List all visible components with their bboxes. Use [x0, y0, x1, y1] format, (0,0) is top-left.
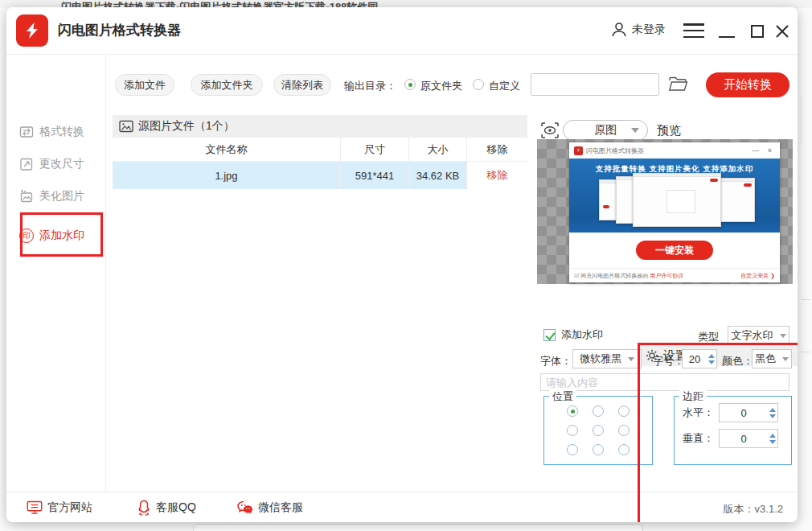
add-watermark-label[interactable]: 添加水印: [561, 327, 603, 342]
stepper-arrows[interactable]: [768, 434, 777, 444]
arrow-down-icon[interactable]: [769, 414, 776, 418]
stepper-arrows[interactable]: [768, 408, 777, 418]
position-legend: 位置: [549, 389, 576, 404]
qq-support-label: 客服QQ: [156, 500, 196, 515]
column-size: 大小: [408, 138, 466, 161]
close-icon: [775, 24, 789, 39]
vertical-margin-row: 垂直： 0: [683, 429, 791, 448]
close-button[interactable]: [775, 24, 789, 39]
position-radio-top-right[interactable]: [618, 405, 630, 417]
installer-install-button: 一键安装: [636, 241, 713, 260]
maximize-button[interactable]: [751, 25, 764, 38]
login-button[interactable]: 未登录: [610, 21, 666, 39]
horizontal-margin-value: 0: [720, 407, 768, 419]
monitor-icon: [27, 500, 43, 516]
file-table-row[interactable]: 1.jpg 591*441 34.62 KB 移除: [113, 162, 527, 189]
output-path-input[interactable]: [531, 73, 659, 96]
qq-support-link[interactable]: 客服QQ: [137, 499, 196, 517]
stepper-arrows[interactable]: [707, 354, 716, 364]
radio-original-folder-label[interactable]: 原文件夹: [420, 79, 462, 93]
radio-custom-folder-label[interactable]: 自定义: [489, 79, 520, 93]
font-size-stepper[interactable]: 20: [682, 349, 717, 368]
installer-logo-icon: ⚡: [574, 146, 583, 155]
installer-license-link: 用户许可协议: [650, 273, 683, 278]
preview-mode-dropdown[interactable]: 原图: [563, 120, 648, 141]
add-watermark-checkbox[interactable]: [543, 329, 556, 341]
app-logo: [16, 14, 48, 47]
installer-title: 闪电图片格式转换器: [586, 146, 748, 155]
position-radio-bottom-right[interactable]: [618, 444, 630, 455]
vertical-margin-value: 0: [720, 433, 768, 445]
installer-hero: 支持批量转换 支持图片美化 支持添加水印: [569, 158, 780, 233]
add-file-button[interactable]: 添加文件: [115, 74, 174, 96]
arrow-up-icon[interactable]: [708, 354, 715, 358]
menu-button[interactable]: [683, 23, 704, 38]
position-grid: [544, 405, 652, 455]
installer-agree-text: ☑ 同意闪电图片格式转换器的 用户许可协议: [574, 272, 683, 280]
login-status: 未登录: [632, 23, 666, 37]
font-dropdown[interactable]: 微软雅黑: [572, 349, 642, 368]
installer-screenshot: ⚡ 闪电图片格式转换器 — × 支持批量转换 支持图片美化 支持添加水印: [569, 142, 780, 282]
installer-custom-install: 自定义安装 ❯: [740, 272, 775, 280]
horizontal-margin-row: 水平： 0: [683, 403, 791, 422]
arrow-up-icon[interactable]: [769, 434, 776, 438]
watermark-checkbox-row: 添加水印: [543, 327, 603, 342]
wechat-support-label: 微信客服: [258, 500, 303, 515]
margin-legend: 边距: [679, 389, 707, 404]
sidebar-item-resize[interactable]: 更改尺寸: [19, 154, 84, 174]
watermark-content-input[interactable]: [540, 373, 789, 391]
installer-screenshot-window: [633, 173, 721, 226]
vertical-margin-stepper[interactable]: 0: [719, 429, 778, 448]
start-convert-button[interactable]: 开始转换: [706, 72, 789, 97]
file-size: 34.62 KB: [408, 162, 466, 189]
installer-window-controls: — ×: [752, 146, 775, 154]
position-radio-middle-left[interactable]: [567, 425, 578, 436]
resize-icon: [19, 157, 34, 171]
preview-label: 预览: [657, 123, 681, 138]
official-website-link[interactable]: 官方网站: [27, 499, 92, 517]
chevron-down-icon: [780, 334, 786, 338]
sidebar-item-label: 美化图片: [39, 189, 84, 204]
color-label: 颜色：: [722, 354, 753, 368]
remove-file-link[interactable]: 移除: [466, 162, 527, 189]
titlebar: 闪电图片格式转换器 未登录: [6, 7, 798, 54]
add-folder-button[interactable]: 添加文件夹: [191, 74, 263, 96]
font-value: 微软雅黑: [580, 352, 621, 366]
preview-mode-value: 原图: [594, 123, 617, 138]
watermark-seal-icon: 印: [19, 228, 34, 243]
folder-icon: [668, 76, 689, 93]
radio-original-folder[interactable]: [404, 79, 416, 90]
color-dropdown[interactable]: 黑色: [752, 349, 792, 368]
sidebar-item-format-convert[interactable]: 格式转换: [19, 122, 84, 142]
column-remove: 移除: [466, 138, 527, 161]
sidebar-item-beautify[interactable]: 美化图片: [19, 187, 84, 206]
position-radio-middle-right[interactable]: [618, 425, 630, 436]
background-divider: [802, 299, 810, 300]
installer-titlebar: ⚡ 闪电图片格式转换器 — ×: [569, 142, 780, 158]
arrow-down-icon[interactable]: [708, 360, 715, 364]
browse-folder-button[interactable]: [668, 76, 689, 97]
watermark-type-value: 文字水印: [732, 328, 773, 343]
clear-list-button[interactable]: 清除列表: [273, 74, 331, 96]
minimize-button[interactable]: [719, 36, 735, 38]
arrow-down-icon[interactable]: [769, 440, 776, 444]
horizontal-label: 水平：: [683, 405, 714, 420]
output-dir-label: 输出目录：: [344, 79, 396, 93]
position-radio-bottom-center[interactable]: [593, 444, 604, 455]
position-radio-top-center[interactable]: [593, 405, 604, 417]
position-radio-bottom-left[interactable]: [567, 444, 578, 455]
margin-fieldset: 边距 水平： 0 垂直： 0: [674, 396, 792, 465]
position-radio-middle-center[interactable]: [593, 425, 604, 436]
user-icon: [610, 21, 628, 39]
sidebar-item-label: 添加水印: [39, 228, 84, 243]
position-radio-top-left[interactable]: [567, 405, 578, 417]
horizontal-margin-stepper[interactable]: 0: [719, 403, 778, 422]
sidebar-item-watermark[interactable]: 印 添加水印: [19, 226, 84, 245]
radio-custom-folder[interactable]: [473, 79, 484, 90]
arrow-up-icon[interactable]: [769, 408, 776, 412]
wechat-support-link[interactable]: 微信客服: [237, 499, 303, 517]
footer-bar: 官方网站 客服QQ 微信客服 版本：v3.1.2: [6, 492, 798, 522]
installer-license-row: ☑ 同意闪电图片格式转换器的 用户许可协议 自定义安装 ❯: [569, 268, 780, 282]
chevron-down-icon: [782, 357, 789, 361]
watermark-type-dropdown[interactable]: 文字水印: [728, 326, 789, 345]
